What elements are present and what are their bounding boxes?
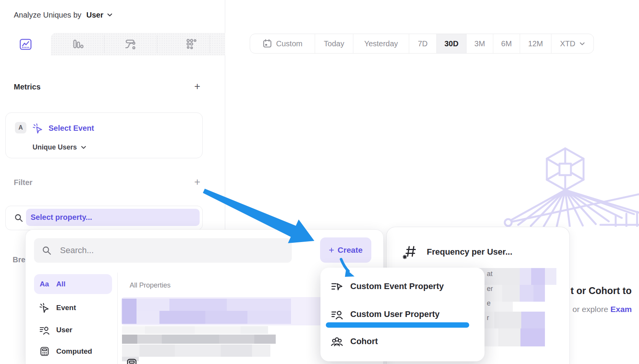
create-button-label: Create [338,245,363,255]
analysis-title: Analyze Uniques by [14,11,81,20]
date-option-label: 7D [418,39,428,48]
cohort-icon [330,336,343,347]
category-event[interactable]: Event [34,298,112,318]
date-option-label: Custom [276,39,302,48]
menu-divider [117,273,118,364]
calculator-icon [126,358,137,364]
date-option-3m[interactable]: 3M [467,34,493,53]
menu-item-cohort[interactable]: Cohort [320,333,485,350]
custom-user-property-icon [331,309,343,320]
category-all[interactable]: Aa All [34,274,112,294]
metrics-heading: Metrics [14,83,41,91]
search-icon [42,245,52,255]
highlight-underline-bar [326,322,469,328]
select-event-button[interactable]: Select Event [49,123,94,133]
menu-item-custom-user-property[interactable]: Custom User Property [320,306,485,323]
calculator-icon [39,346,49,356]
chevron-down-icon[interactable] [107,13,113,17]
tab-divider [157,35,157,53]
metric-row-badge: A [15,122,26,133]
date-option-label: 6M [501,39,512,48]
date-option-custom[interactable]: Custom [250,34,315,53]
date-option-label: Yesterday [364,39,398,48]
empty-state-subtitle-text: or explore [572,305,610,314]
menu-item-label: Custom User Property [350,309,440,319]
clipped-text-fragment: e [487,299,491,307]
annotation-arrow-large [199,183,325,252]
filter-card: Select property... [5,206,203,230]
date-option-label: XTD [560,39,576,48]
tab-metrics-grid[interactable] [157,33,225,55]
menu-item-label: Custom Event Property [350,281,444,291]
clipped-text-fragment: at [487,270,493,278]
clipped-text-fragment: r [487,314,489,322]
insights-report-builder: t or Cohort to or explore Exam Analyze U… [0,0,639,364]
analyze-by-selector[interactable]: User [86,11,103,20]
tab-divider [210,35,210,53]
search-icon [14,213,23,223]
tab-bar-chart[interactable] [51,33,104,55]
date-option-7d[interactable]: 7D [409,34,437,53]
grid-dots-icon [184,37,198,51]
chart-type-tabs [0,33,225,55]
date-option-xtd[interactable]: XTD [551,34,593,53]
category-computed[interactable]: Computed [34,341,112,361]
select-property-input[interactable]: Select property... [26,209,200,226]
date-option-today[interactable]: Today [315,34,353,53]
chevron-down-icon [579,42,585,46]
custom-event-property-icon [331,281,343,292]
date-option-30d-selected[interactable]: 30D [437,34,467,53]
tab-line-chart[interactable] [0,33,51,55]
clipped-text-fragment: er [487,285,493,293]
date-range-selector: Custom Today Yesterday 7D 30D 3M 6M 12M … [250,34,594,54]
empty-state-subtitle: or explore Exam [572,305,632,314]
custom-property-hash-icon [402,245,418,261]
line-chart-icon [19,37,33,51]
custom-property-title: Frequency per User... [427,247,512,257]
event-cursor-icon [39,303,49,313]
date-option-6m[interactable]: 6M [493,34,520,53]
date-option-yesterday[interactable]: Yesterday [353,34,409,53]
category-label: All [56,280,65,288]
menu-item-label: Cohort [350,336,378,346]
annotation-arrow-small [337,257,359,280]
category-label: Computed [56,347,92,356]
select-event-icon [33,123,43,134]
tab-flow-chart[interactable] [104,33,157,55]
plus-icon: + [329,245,334,255]
aggregation-label: Unique Users [33,143,77,151]
user-list-icon [39,325,49,335]
category-user[interactable]: User [34,320,112,340]
flow-chart-icon [124,37,137,51]
property-list-header: All Properties [130,281,171,289]
date-option-label: 3M [475,39,485,48]
add-metric-button[interactable]: + [194,82,200,91]
date-option-12m[interactable]: 12M [520,34,551,53]
aa-icon: Aa [39,280,49,288]
breakdown-heading: Bre [13,255,25,264]
chevron-down-icon [81,145,86,150]
create-menu: Custom Event Property Custom User Proper… [320,268,485,361]
date-option-label: Today [324,39,344,48]
category-label: User [56,326,72,334]
analysis-header: Analyze Uniques by User [14,9,113,21]
empty-state-title: t or Cohort to [571,285,632,296]
calendar-icon [262,39,272,49]
metric-card[interactable]: A Select Event Unique Users [5,112,203,158]
tab-divider [104,35,104,53]
filter-heading: Filter [14,178,33,187]
wireframe-illustration [497,138,639,227]
category-label: Event [56,304,76,312]
bar-chart-icon [71,37,85,51]
example-reports-link[interactable]: Exam [610,305,632,314]
date-option-label: 30D [444,39,459,48]
date-option-label: 12M [528,39,543,48]
aggregation-selector[interactable]: Unique Users [33,143,86,151]
menu-item-custom-event-property[interactable]: Custom Event Property [320,278,485,295]
